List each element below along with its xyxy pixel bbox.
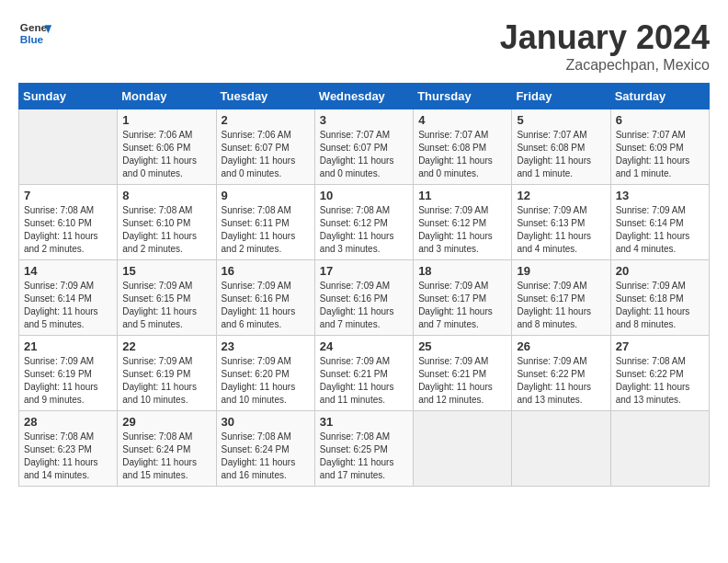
day-info: Sunrise: 7:09 AM Sunset: 6:20 PM Dayligh…: [222, 355, 310, 407]
day-info: Sunrise: 7:09 AM Sunset: 6:21 PM Dayligh…: [418, 355, 506, 407]
day-number: 24: [320, 339, 408, 353]
day-number: 31: [320, 415, 408, 429]
header-friday: Friday: [512, 84, 610, 109]
day-info: Sunrise: 7:09 AM Sunset: 6:15 PM Dayligh…: [122, 280, 210, 331]
day-info: Sunrise: 7:08 AM Sunset: 6:11 PM Dayligh…: [222, 204, 310, 256]
day-number: 15: [122, 264, 210, 278]
day-number: 28: [24, 415, 112, 429]
day-number: 3: [320, 113, 408, 127]
day-info: Sunrise: 7:06 AM Sunset: 6:06 PM Dayligh…: [122, 129, 210, 180]
day-info: Sunrise: 7:09 AM Sunset: 6:19 PM Dayligh…: [122, 355, 210, 407]
calendar-cell: 14Sunrise: 7:09 AM Sunset: 6:14 PM Dayli…: [19, 260, 118, 336]
header-saturday: Saturday: [610, 84, 709, 109]
calendar-cell: 8Sunrise: 7:08 AM Sunset: 6:10 PM Daylig…: [118, 185, 216, 260]
day-number: 22: [122, 339, 210, 353]
calendar-cell: 12Sunrise: 7:09 AM Sunset: 6:13 PM Dayli…: [512, 185, 610, 260]
day-number: 4: [418, 113, 506, 127]
day-number: 6: [616, 113, 704, 127]
calendar-cell: 18Sunrise: 7:09 AM Sunset: 6:17 PM Dayli…: [414, 260, 512, 336]
day-number: 8: [122, 189, 210, 202]
title-block: January 2024 Zacapechpan, Mexico: [500, 18, 710, 74]
day-info: Sunrise: 7:07 AM Sunset: 6:07 PM Dayligh…: [320, 129, 408, 180]
day-number: 14: [24, 264, 112, 278]
day-number: 29: [122, 415, 210, 429]
day-info: Sunrise: 7:08 AM Sunset: 6:12 PM Dayligh…: [320, 204, 408, 256]
calendar-cell: 13Sunrise: 7:09 AM Sunset: 6:14 PM Dayli…: [610, 185, 709, 260]
calendar-cell: 27Sunrise: 7:08 AM Sunset: 6:22 PM Dayli…: [610, 336, 709, 411]
day-info: Sunrise: 7:08 AM Sunset: 6:10 PM Dayligh…: [24, 204, 112, 256]
header-monday: Monday: [118, 84, 216, 109]
calendar-cell: 19Sunrise: 7:09 AM Sunset: 6:17 PM Dayli…: [512, 260, 610, 336]
day-number: 26: [517, 339, 605, 353]
day-info: Sunrise: 7:08 AM Sunset: 6:23 PM Dayligh…: [24, 431, 112, 482]
day-info: Sunrise: 7:08 AM Sunset: 6:22 PM Dayligh…: [616, 355, 704, 407]
day-number: 21: [24, 339, 112, 353]
day-number: 20: [616, 264, 704, 278]
calendar-cell: 1Sunrise: 7:06 AM Sunset: 6:06 PM Daylig…: [118, 109, 216, 185]
calendar-cell: 2Sunrise: 7:06 AM Sunset: 6:07 PM Daylig…: [216, 109, 314, 185]
day-info: Sunrise: 7:09 AM Sunset: 6:13 PM Dayligh…: [517, 204, 605, 256]
header-tuesday: Tuesday: [216, 84, 314, 109]
day-info: Sunrise: 7:08 AM Sunset: 6:10 PM Dayligh…: [122, 204, 210, 256]
calendar-cell: 24Sunrise: 7:09 AM Sunset: 6:21 PM Dayli…: [314, 336, 413, 411]
calendar-cell: 9Sunrise: 7:08 AM Sunset: 6:11 PM Daylig…: [216, 185, 314, 260]
calendar-cell: 4Sunrise: 7:07 AM Sunset: 6:08 PM Daylig…: [414, 109, 512, 185]
calendar-cell: [512, 411, 610, 487]
calendar-cell: 29Sunrise: 7:08 AM Sunset: 6:24 PM Dayli…: [118, 411, 216, 487]
day-number: 30: [222, 415, 310, 429]
calendar-cell: [414, 411, 512, 487]
calendar-week-2: 7Sunrise: 7:08 AM Sunset: 6:10 PM Daylig…: [19, 185, 710, 260]
calendar-cell: 3Sunrise: 7:07 AM Sunset: 6:07 PM Daylig…: [314, 109, 413, 185]
calendar-header-row: SundayMondayTuesdayWednesdayThursdayFrid…: [19, 84, 710, 109]
header-thursday: Thursday: [414, 84, 512, 109]
calendar-cell: [610, 411, 709, 487]
day-number: 2: [222, 113, 310, 127]
day-info: Sunrise: 7:08 AM Sunset: 6:25 PM Dayligh…: [320, 431, 408, 482]
calendar-cell: 26Sunrise: 7:09 AM Sunset: 6:22 PM Dayli…: [512, 336, 610, 411]
calendar-week-3: 14Sunrise: 7:09 AM Sunset: 6:14 PM Dayli…: [19, 260, 710, 336]
calendar-cell: 11Sunrise: 7:09 AM Sunset: 6:12 PM Dayli…: [414, 185, 512, 260]
calendar-table: SundayMondayTuesdayWednesdayThursdayFrid…: [18, 83, 710, 487]
svg-text:Blue: Blue: [20, 33, 44, 45]
header-sunday: Sunday: [19, 84, 118, 109]
day-info: Sunrise: 7:09 AM Sunset: 6:19 PM Dayligh…: [24, 355, 112, 407]
calendar-week-4: 21Sunrise: 7:09 AM Sunset: 6:19 PM Dayli…: [19, 336, 710, 411]
day-info: Sunrise: 7:09 AM Sunset: 6:17 PM Dayligh…: [418, 280, 506, 331]
day-number: 11: [418, 189, 506, 202]
calendar-cell: 7Sunrise: 7:08 AM Sunset: 6:10 PM Daylig…: [19, 185, 118, 260]
calendar-cell: 16Sunrise: 7:09 AM Sunset: 6:16 PM Dayli…: [216, 260, 314, 336]
day-info: Sunrise: 7:09 AM Sunset: 6:16 PM Dayligh…: [320, 280, 408, 331]
day-info: Sunrise: 7:06 AM Sunset: 6:07 PM Dayligh…: [222, 129, 310, 180]
calendar-cell: 5Sunrise: 7:07 AM Sunset: 6:08 PM Daylig…: [512, 109, 610, 185]
calendar-cell: 10Sunrise: 7:08 AM Sunset: 6:12 PM Dayli…: [314, 185, 413, 260]
calendar-cell: 21Sunrise: 7:09 AM Sunset: 6:19 PM Dayli…: [19, 336, 118, 411]
calendar-cell: 31Sunrise: 7:08 AM Sunset: 6:25 PM Dayli…: [314, 411, 413, 487]
calendar-cell: 22Sunrise: 7:09 AM Sunset: 6:19 PM Dayli…: [118, 336, 216, 411]
day-info: Sunrise: 7:09 AM Sunset: 6:22 PM Dayligh…: [517, 355, 605, 407]
day-info: Sunrise: 7:07 AM Sunset: 6:08 PM Dayligh…: [418, 129, 506, 180]
calendar-cell: [19, 109, 118, 185]
month-title: January 2024: [500, 18, 710, 57]
day-number: 19: [517, 264, 605, 278]
day-info: Sunrise: 7:09 AM Sunset: 6:17 PM Dayligh…: [517, 280, 605, 331]
day-info: Sunrise: 7:07 AM Sunset: 6:08 PM Dayligh…: [517, 129, 605, 180]
logo-icon: General Blue: [18, 18, 51, 52]
day-info: Sunrise: 7:09 AM Sunset: 6:18 PM Dayligh…: [616, 280, 704, 331]
logo: General Blue: [18, 18, 51, 52]
day-info: Sunrise: 7:07 AM Sunset: 6:09 PM Dayligh…: [616, 129, 704, 180]
day-number: 1: [122, 113, 210, 127]
day-info: Sunrise: 7:08 AM Sunset: 6:24 PM Dayligh…: [222, 431, 310, 482]
calendar-cell: 20Sunrise: 7:09 AM Sunset: 6:18 PM Dayli…: [610, 260, 709, 336]
day-info: Sunrise: 7:08 AM Sunset: 6:24 PM Dayligh…: [122, 431, 210, 482]
calendar-week-1: 1Sunrise: 7:06 AM Sunset: 6:06 PM Daylig…: [19, 109, 710, 185]
day-info: Sunrise: 7:09 AM Sunset: 6:16 PM Dayligh…: [222, 280, 310, 331]
calendar-cell: 6Sunrise: 7:07 AM Sunset: 6:09 PM Daylig…: [610, 109, 709, 185]
header-wednesday: Wednesday: [314, 84, 413, 109]
calendar-cell: 17Sunrise: 7:09 AM Sunset: 6:16 PM Dayli…: [314, 260, 413, 336]
day-info: Sunrise: 7:09 AM Sunset: 6:21 PM Dayligh…: [320, 355, 408, 407]
page-header: General Blue January 2024 Zacapechpan, M…: [18, 18, 710, 74]
calendar-cell: 28Sunrise: 7:08 AM Sunset: 6:23 PM Dayli…: [19, 411, 118, 487]
day-number: 10: [320, 189, 408, 202]
day-number: 7: [24, 189, 112, 202]
day-info: Sunrise: 7:09 AM Sunset: 6:14 PM Dayligh…: [616, 204, 704, 256]
